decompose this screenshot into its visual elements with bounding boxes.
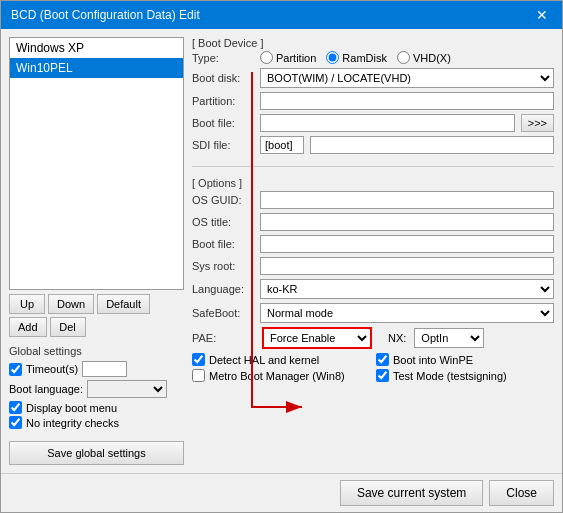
boot-disk-row: Boot disk: BOOT(WIM) / LOCATE(VHD)	[192, 68, 554, 88]
timeout-row: Timeout(s) 30	[9, 361, 184, 377]
window-title: BCD (Boot Configuration Data) Edit	[11, 8, 200, 22]
checkbox-grid: Detect HAL and kernel Boot into WinPE Me…	[192, 353, 554, 382]
no-integrity-label: No integrity checks	[26, 417, 119, 429]
safeboot-select[interactable]: Normal mode	[260, 303, 554, 323]
safeboot-label: SafeBoot:	[192, 307, 254, 319]
boot-into-winpe-label: Boot into WinPE	[393, 354, 473, 366]
metro-boot-checkbox[interactable]	[192, 369, 205, 382]
options-boot-file-label: Boot file:	[192, 238, 254, 250]
options-boot-file-row: Boot file: \windows\system32\boot\winloa…	[192, 235, 554, 253]
bottom-button-row: Save current system Close	[1, 473, 562, 512]
boot-into-winpe-row: Boot into WinPE	[376, 353, 554, 366]
boot-file-row: Boot file: \boot\boot.wim >>>	[192, 114, 554, 132]
pae-label: PAE:	[192, 332, 254, 344]
main-window: BCD (Boot Configuration Data) Edit ✕ Win…	[0, 0, 563, 513]
type-radio-group: Partition RamDisk VHD(X)	[260, 51, 451, 64]
metro-boot-row: Metro Boot Manager (Win8)	[192, 369, 370, 382]
sys-root-label: Sys root:	[192, 260, 254, 272]
boot-entry-list[interactable]: Windows XP Win10PEL	[9, 37, 184, 290]
detect-hal-label: Detect HAL and kernel	[209, 354, 319, 366]
global-settings-title: Global settings	[9, 345, 184, 357]
boot-language-label: Boot language:	[9, 383, 83, 395]
divider	[192, 166, 554, 167]
nx-label: NX:	[388, 332, 406, 344]
sys-root-input[interactable]: \windows	[260, 257, 554, 275]
os-title-input[interactable]: Win10PEL	[260, 213, 554, 231]
boot-disk-select[interactable]: BOOT(WIM) / LOCATE(VHD)	[260, 68, 554, 88]
timeout-label: Timeout(s)	[26, 363, 78, 375]
sys-root-row: Sys root: \windows	[192, 257, 554, 275]
language-label: Language:	[192, 283, 254, 295]
save-current-button[interactable]: Save current system	[340, 480, 483, 506]
boot-device-section: [ Boot Device ] Type: Partition RamDisk	[192, 37, 554, 158]
options-boot-file-input[interactable]: \windows\system32\boot\winload.exe	[260, 235, 554, 253]
language-row: Language: ko-KR	[192, 279, 554, 299]
list-button-row: Up Down Default Add Del	[9, 294, 184, 337]
display-boot-menu-row: Display boot menu	[9, 401, 184, 414]
list-item-selected[interactable]: Win10PEL	[10, 58, 183, 78]
type-row: Type: Partition RamDisk VHD(X)	[192, 51, 554, 64]
test-mode-row: Test Mode (testsigning)	[376, 369, 554, 382]
type-ramdisk-radio[interactable]	[326, 51, 339, 64]
left-panel: Windows XP Win10PEL Up Down Default Add …	[9, 37, 184, 465]
boot-file-label: Boot file:	[192, 117, 254, 129]
display-boot-menu-checkbox[interactable]	[9, 401, 22, 414]
type-ramdisk-label: RamDisk	[326, 51, 387, 64]
sdi-prefix: [boot]	[260, 136, 304, 154]
list-item[interactable]: Windows XP	[10, 38, 183, 58]
add-button[interactable]: Add	[9, 317, 47, 337]
boot-device-header: [ Boot Device ]	[192, 37, 554, 49]
partition-label: Partition:	[192, 95, 254, 107]
down-button[interactable]: Down	[48, 294, 94, 314]
close-icon[interactable]: ✕	[532, 7, 552, 23]
del-button[interactable]: Del	[50, 317, 86, 337]
nx-select[interactable]: OptIn	[414, 328, 484, 348]
options-section: [ Options ] OS GUID: {7619dcc9-fafe-11d9…	[192, 177, 554, 382]
boot-language-row: Boot language:	[9, 380, 184, 398]
options-header: [ Options ]	[192, 177, 554, 189]
partition-row: Partition:	[192, 92, 554, 110]
detect-hal-checkbox[interactable]	[192, 353, 205, 366]
metro-boot-label: Metro Boot Manager (Win8)	[209, 370, 345, 382]
os-guid-label: OS GUID:	[192, 194, 254, 206]
detect-hal-row: Detect HAL and kernel	[192, 353, 370, 366]
language-select[interactable]: ko-KR	[260, 279, 554, 299]
boot-language-select[interactable]	[87, 380, 167, 398]
pae-select[interactable]: Force Enable	[262, 327, 372, 349]
timeout-input[interactable]: 30	[82, 361, 127, 377]
pae-row: PAE: Force Enable NX: OptIn	[192, 327, 554, 349]
sdi-input[interactable]: \boot\boot.sdi	[310, 136, 554, 154]
os-title-row: OS title: Win10PEL	[192, 213, 554, 231]
test-mode-label: Test Mode (testsigning)	[393, 370, 507, 382]
type-vhd-radio[interactable]	[397, 51, 410, 64]
right-panel: [ Boot Device ] Type: Partition RamDisk	[192, 37, 554, 465]
boot-disk-label: Boot disk:	[192, 72, 254, 84]
default-button[interactable]: Default	[97, 294, 150, 314]
sdi-file-label: SDI file:	[192, 139, 254, 151]
os-title-label: OS title:	[192, 216, 254, 228]
no-integrity-checkbox[interactable]	[9, 416, 22, 429]
browse-button[interactable]: >>>	[521, 114, 554, 132]
close-button[interactable]: Close	[489, 480, 554, 506]
partition-input[interactable]	[260, 92, 554, 110]
type-partition-radio[interactable]	[260, 51, 273, 64]
up-button[interactable]: Up	[9, 294, 45, 314]
safeboot-row: SafeBoot: Normal mode	[192, 303, 554, 323]
timeout-checkbox[interactable]	[9, 363, 22, 376]
type-partition-label: Partition	[260, 51, 316, 64]
os-guid-input[interactable]: {7619dcc9-fafe-11d9-b411-000476eba25f}	[260, 191, 554, 209]
boot-into-winpe-checkbox[interactable]	[376, 353, 389, 366]
display-boot-menu-label: Display boot menu	[26, 402, 117, 414]
global-settings: Global settings Timeout(s) 30 Boot langu…	[9, 345, 184, 431]
title-bar: BCD (Boot Configuration Data) Edit ✕	[1, 1, 562, 29]
os-guid-row: OS GUID: {7619dcc9-fafe-11d9-b411-000476…	[192, 191, 554, 209]
content-area: Windows XP Win10PEL Up Down Default Add …	[1, 29, 562, 473]
type-label: Type:	[192, 52, 254, 64]
save-global-button[interactable]: Save global settings	[9, 441, 184, 465]
type-vhd-label: VHD(X)	[397, 51, 451, 64]
test-mode-checkbox[interactable]	[376, 369, 389, 382]
no-integrity-row: No integrity checks	[9, 416, 184, 429]
sdi-file-row: SDI file: [boot] \boot\boot.sdi	[192, 136, 554, 154]
boot-file-input[interactable]: \boot\boot.wim	[260, 114, 515, 132]
